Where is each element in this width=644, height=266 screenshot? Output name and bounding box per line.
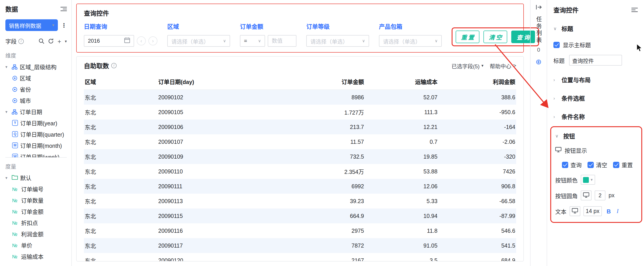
color-swatch: [583, 177, 589, 183]
chevron-down-icon[interactable]: ▾: [65, 39, 67, 43]
filter-package-label: 产品包箱: [379, 22, 442, 31]
column-header: 区域: [84, 74, 158, 90]
more-options-icon[interactable]: ⋮: [61, 22, 67, 29]
monitor-icon: [555, 147, 562, 154]
settings-section-button[interactable]: ∨ 按钮: [555, 132, 637, 140]
sidebar-item-measure[interactable]: № 订单编号: [6, 183, 67, 195]
main-area: 查询控件 日期查询 2016 ‹ ›: [72, 0, 530, 266]
sidebar-item-default-folder[interactable]: ▾ 默认: [6, 172, 67, 183]
amount-value-input[interactable]: [268, 35, 296, 47]
button-option: 重置: [613, 160, 633, 169]
text-device-selector[interactable]: [570, 206, 580, 216]
refresh-icon[interactable]: [48, 38, 54, 44]
folder-icon: [12, 175, 18, 181]
hierarchy-icon: [12, 64, 18, 69]
add-task-icon[interactable]: ⊕: [536, 58, 542, 66]
sidebar-item-order-date-week[interactable]: W 订单日期(week): [6, 151, 67, 157]
settings-section-collapsed[interactable]: › 条件选框: [554, 94, 638, 102]
sidebar-item-city[interactable]: 城市: [6, 95, 67, 106]
sidebar-item-measure[interactable]: № 单价: [6, 239, 67, 251]
button-color-picker[interactable]: ▾: [581, 175, 595, 185]
table-row: 东北 20090113 39.23 5.33 -66.58: [84, 194, 516, 208]
title-input[interactable]: [569, 55, 622, 66]
sidebar-item-order-date-month[interactable]: M 订单日期(month): [6, 140, 67, 151]
sidebar-item-measure[interactable]: № 运输成本: [6, 251, 67, 262]
location-icon: [12, 86, 18, 92]
location-icon: [12, 98, 18, 103]
option-checkbox[interactable]: [562, 162, 568, 168]
chevron-down-icon: ∨: [362, 39, 365, 43]
tree-caret-icon[interactable]: ▾: [6, 176, 10, 180]
reset-button[interactable]: 重置: [456, 31, 480, 43]
numeric-icon: №: [12, 220, 19, 225]
sidebar-item-region-hierarchy[interactable]: ▾ 区域_层级结构: [6, 61, 67, 72]
search-icon[interactable]: [39, 38, 44, 44]
selected-fields-dropdown[interactable]: 已选字段(5) ▾: [452, 62, 484, 69]
sidebar-item-order-date-quarter[interactable]: Q 订单日期(quarter): [6, 128, 67, 140]
fields-label: 字段: [6, 37, 16, 45]
panel-menu-icon[interactable]: [632, 7, 638, 13]
chevron-right-icon: ›: [152, 38, 154, 44]
task-list-tab[interactable]: 任务列表: [534, 16, 543, 44]
prev-period-button[interactable]: ‹: [137, 36, 146, 45]
chevron-right-icon: >: [513, 62, 516, 69]
chevron-down-icon: ∨: [555, 134, 560, 139]
year-icon: Y: [12, 120, 18, 126]
collapse-list-icon[interactable]: [60, 6, 67, 12]
region-select[interactable]: 请选择（单选） ∨: [167, 35, 230, 47]
radius-device-selector[interactable]: [581, 191, 592, 200]
option-checkbox[interactable]: [588, 162, 594, 168]
table-row: 东北 20090115 664.9 10.94 -87.99: [84, 208, 516, 223]
add-field-icon[interactable]: +: [58, 38, 61, 44]
settings-section-title[interactable]: ∨ 标题: [554, 24, 638, 33]
button-color-label: 按钮颜色: [555, 176, 578, 184]
font-size-selector[interactable]: 14 px: [584, 206, 602, 216]
table-row: 东北 20090105 1.727万 111.3 -950.6: [84, 105, 516, 119]
sidebar-item-order-date[interactable]: ▾ 订单日期: [6, 106, 67, 117]
operator-select[interactable]: = ∨: [240, 35, 265, 47]
settings-section-collapsed[interactable]: › 条件名称: [554, 112, 638, 121]
date-input[interactable]: 2016: [84, 35, 134, 47]
numeric-icon: №: [12, 197, 19, 203]
tree-caret-icon[interactable]: ▾: [6, 64, 10, 69]
chevron-down-icon: ▾: [482, 63, 484, 68]
filter-region-label: 区域: [167, 22, 230, 31]
filter-date: 日期查询 2016 ‹ ›: [84, 22, 158, 47]
app-root: 数据 销售样例数据 ▾ ⋮ 字段 i + ▾: [0, 0, 644, 266]
clear-button[interactable]: 清空: [484, 31, 507, 43]
radius-input[interactable]: [595, 191, 606, 200]
collapse-panel-icon[interactable]: [536, 5, 542, 10]
level-select[interactable]: 请选择（单选） ∨: [306, 35, 369, 47]
next-period-button[interactable]: ›: [148, 36, 158, 45]
settings-section-collapsed[interactable]: › 位置与布局: [554, 75, 638, 84]
show-main-title-checkbox[interactable]: [554, 42, 560, 48]
sidebar-item-region[interactable]: 区域: [6, 72, 67, 84]
sidebar-item-measure[interactable]: № 订单数量: [6, 195, 67, 206]
column-header: 订单金额: [274, 74, 365, 90]
filter-product-package: 产品包箱 请选择（单选） ∨: [379, 22, 442, 47]
sidebar-item-measure[interactable]: № 利润金额: [6, 228, 67, 239]
column-header: 运输成本: [365, 74, 438, 90]
tree-caret-icon[interactable]: ▾: [6, 109, 10, 114]
show-main-title-label: 显示主标题: [563, 40, 591, 49]
table-row: 东北 20090106 213.7 12.21 -164: [84, 119, 516, 134]
bold-button[interactable]: B: [606, 208, 611, 215]
result-table: 区域 订单日期(day) 订单金额 运输成本 利润金额 东北 20090102 …: [84, 74, 516, 261]
option-checkbox[interactable]: [613, 162, 619, 168]
info-icon: i: [18, 38, 24, 44]
sidebar-item-measure[interactable]: № 订单金额: [6, 206, 67, 217]
measure-list: № 订单编号 № 订单数量 № 订单金额 №: [6, 183, 67, 262]
buttons-annotation-box: 重置 清空 查询: [452, 27, 539, 46]
package-select[interactable]: 请选择（单选） ∨: [379, 35, 442, 47]
dataset-selector[interactable]: 销售样例数据 ▾: [6, 19, 58, 31]
chevron-right-icon: ›: [554, 96, 558, 101]
italic-button[interactable]: I: [617, 208, 619, 215]
data-table-card: 自助取数 i 已选字段(5) ▾ 帮助中心 > 区域: [76, 56, 524, 261]
query-widget-title: 查询控件: [84, 9, 516, 18]
sidebar-item-measure[interactable]: № 折扣点: [6, 217, 67, 228]
sidebar-item-province[interactable]: 省份: [6, 84, 67, 95]
table-row: 东北 20090120 2167 3.5 684.9: [84, 253, 516, 261]
sidebar-item-order-date-year[interactable]: Y 订单日期(year): [6, 117, 67, 128]
help-center-link[interactable]: 帮助中心 >: [490, 62, 516, 69]
collapsed-section-list: › 位置与布局 › 条件选框 › 条件名称: [554, 75, 638, 121]
